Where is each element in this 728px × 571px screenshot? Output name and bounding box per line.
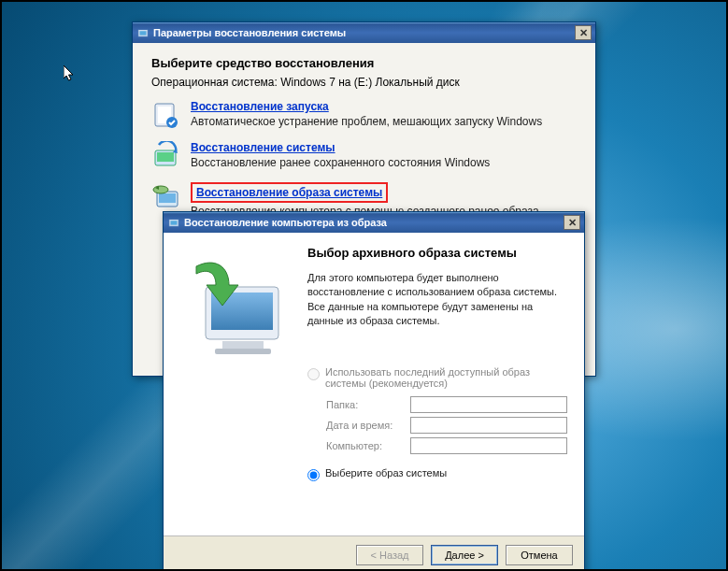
svg-rect-14	[222, 341, 264, 349]
computer-value	[410, 437, 567, 454]
radio-select-label: Выберите образ системы	[325, 467, 447, 478]
reimage-wizard-window: Восстановление компьютера из образа ✕ Вы…	[163, 211, 585, 571]
titlebar[interactable]: Параметры восстановления системы ✕	[133, 22, 595, 43]
folder-label: Папка:	[326, 399, 410, 410]
wizard-description: Для этого компьютера будет выполнено вос…	[307, 271, 567, 329]
wizard-graphic-icon	[178, 248, 290, 369]
datetime-label: Дата и время:	[326, 420, 410, 431]
wizard-footer: < Назад Далее > Отмена	[164, 535, 584, 571]
highlighted-option: Восстановление образа системы	[191, 182, 388, 203]
mouse-cursor	[64, 65, 75, 82]
system-image-link[interactable]: Восстановление образа системы	[196, 186, 382, 199]
radio-select-input[interactable]	[307, 469, 320, 481]
startup-repair-link[interactable]: Восстановление запуска	[191, 100, 329, 113]
app-icon	[136, 26, 150, 39]
os-info: Операционная система: Windows 7 на (E:) …	[151, 76, 577, 89]
page-heading: Выберите средство восстановления	[151, 56, 577, 70]
radio-select-image[interactable]: Выберите образ системы	[307, 467, 567, 481]
folder-value	[410, 396, 567, 413]
close-button[interactable]: ✕	[575, 25, 592, 40]
svg-point-9	[153, 186, 168, 193]
system-restore-link[interactable]: Восстановление системы	[191, 141, 335, 154]
window-title: Параметры восстановления системы	[153, 27, 346, 38]
system-restore-icon	[151, 141, 181, 171]
startup-repair-icon	[151, 100, 181, 130]
window-title: Восстановление компьютера из образа	[184, 217, 387, 228]
svg-rect-8	[159, 193, 176, 203]
titlebar[interactable]: Восстановление компьютера из образа ✕	[164, 212, 584, 233]
recovery-item: Восстановление запуска Автоматическое ус…	[151, 100, 577, 130]
radio-latest-label: Использовать последний доступный образ с…	[325, 366, 567, 389]
svg-rect-1	[140, 31, 147, 35]
svg-rect-15	[215, 349, 271, 354]
cancel-button[interactable]: Отмена	[506, 545, 573, 565]
svg-rect-11	[171, 221, 178, 224]
datetime-value	[410, 417, 567, 434]
recovery-item: Восстановление системы Восстановление ра…	[151, 141, 577, 171]
radio-latest-input[interactable]	[307, 368, 320, 380]
system-restore-desc: Восстановление ранее сохраненного состоя…	[191, 156, 490, 169]
next-button[interactable]: Далее >	[431, 545, 498, 565]
back-button[interactable]: < Назад	[356, 545, 423, 565]
system-image-icon	[151, 182, 181, 212]
radio-latest-image[interactable]: Использовать последний доступный образ с…	[307, 366, 567, 389]
startup-repair-desc: Автоматическое устранение проблем, мешаю…	[191, 115, 542, 128]
close-button[interactable]: ✕	[564, 215, 580, 230]
svg-rect-6	[157, 152, 174, 162]
computer-label: Компьютер:	[326, 440, 410, 451]
app-icon	[167, 216, 180, 229]
wizard-heading: Выбор архивного образа системы	[307, 246, 567, 260]
